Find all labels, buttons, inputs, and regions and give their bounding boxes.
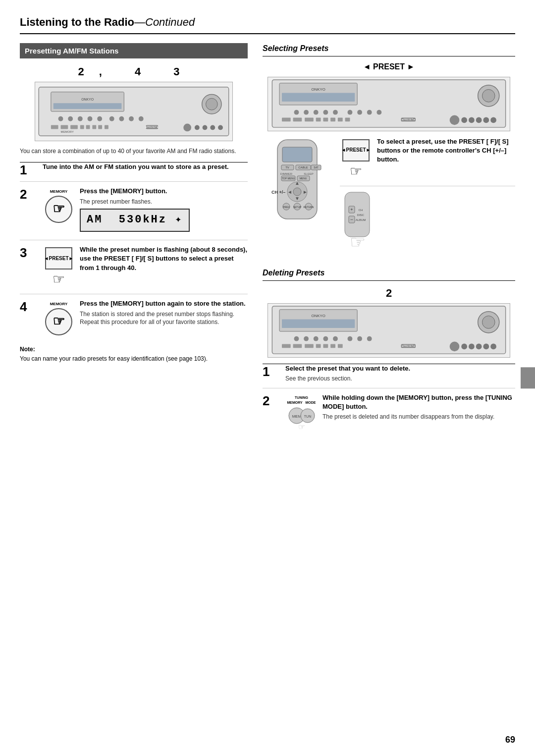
svg-text:RETURN: RETURN	[304, 206, 314, 209]
step-3-icon: ◄PRESET► ☞	[43, 245, 75, 289]
remote-svg: TV CABLE DIMMER SLEEP TOP MENU MENU S	[263, 137, 332, 236]
delete-step-1-label: 1	[263, 364, 280, 378]
svg-text:☞: ☞	[298, 423, 305, 431]
svg-rect-115	[316, 344, 321, 348]
step-4-bold: Press the [MEMORY] button again to store…	[80, 299, 248, 308]
memory-button-icon: ☞	[45, 196, 72, 223]
step-2-number: 2	[20, 187, 27, 202]
svg-point-40	[323, 109, 328, 114]
svg-rect-20	[92, 125, 96, 129]
svg-text:PREV: PREV	[283, 206, 290, 209]
svg-point-38	[304, 109, 309, 114]
note-text: You can name your radio presets for easy…	[20, 355, 248, 363]
delete-step-1-bold: Select the preset that you want to delet…	[285, 364, 515, 373]
page-container: Listening to the Radio—Continued Presett…	[0, 0, 535, 756]
svg-point-12	[119, 116, 124, 121]
svg-text:◄PRESET►: ◄PRESET►	[401, 118, 416, 121]
svg-point-37	[294, 109, 299, 114]
deleting-presets-text: Deleting Presets	[263, 269, 324, 277]
svg-point-107	[323, 336, 328, 341]
step-1-row: 1 Tune into the AM or FM station you wan…	[20, 162, 248, 182]
svg-point-123	[469, 343, 475, 349]
svg-point-109	[348, 336, 353, 341]
delete-step-number: 2	[263, 286, 515, 301]
svg-point-26	[183, 123, 191, 131]
intro-text: You can store a combination of up to 40 …	[20, 147, 248, 156]
svg-point-29	[210, 125, 215, 130]
svg-point-7	[68, 116, 73, 121]
receiver-image-left: ONKYO	[35, 82, 233, 141]
svg-text:SAT: SAT	[314, 166, 318, 169]
svg-text:+: +	[350, 207, 353, 212]
step-3-label: 3	[20, 245, 38, 259]
svg-text:DIMMER: DIMMER	[280, 172, 293, 175]
svg-text:►: ►	[303, 189, 308, 195]
delete-step-1-text: See the previous section.	[285, 375, 515, 383]
selecting-step-row: ◄PRESET► ☞ To select a preset, use the P…	[340, 137, 515, 186]
svg-point-122	[461, 343, 467, 349]
svg-rect-118	[338, 344, 343, 348]
svg-point-45	[376, 109, 381, 114]
svg-point-60	[483, 117, 489, 123]
svg-rect-114	[305, 344, 314, 348]
note-section: Note: You can name your radio presets fo…	[20, 345, 248, 364]
svg-rect-116	[323, 344, 328, 348]
svg-rect-19	[86, 125, 90, 129]
svg-rect-34	[282, 93, 355, 102]
hand-icon-select: ☞	[350, 163, 362, 179]
step-4-label: 4	[20, 299, 38, 313]
delete-step-2-bold: While holding down the [MEMORY] button, …	[322, 393, 515, 411]
svg-text:SETUP: SETUP	[293, 206, 302, 209]
svg-rect-53	[345, 117, 350, 121]
presetting-header-text: Presetting AM/FM Stations	[25, 47, 118, 55]
svg-rect-47	[293, 117, 302, 121]
remote-image: TV CABLE DIMMER SLEEP TOP MENU MENU S	[263, 137, 332, 239]
step-numbers-text: 2, 4 3	[78, 65, 194, 78]
page-number: 69	[505, 734, 515, 746]
step-2-bold: Press the [MEMORY] button.	[80, 187, 248, 196]
delete-step-2-text: The preset is deleted and its number dis…	[322, 413, 515, 421]
svg-point-13	[129, 116, 134, 121]
svg-point-58	[469, 117, 475, 123]
svg-point-81	[293, 188, 301, 196]
step-4-text2: Repeat this procedure for all of your fa…	[80, 318, 248, 326]
svg-point-57	[461, 117, 467, 123]
svg-point-42	[348, 109, 353, 114]
svg-point-10	[97, 116, 102, 121]
svg-point-14	[139, 116, 144, 121]
svg-text:ONKYO: ONKYO	[311, 314, 325, 318]
intro-content: You can store a combination of up to 40 …	[20, 148, 236, 155]
svg-text:TOP MENU: TOP MENU	[282, 177, 295, 180]
deleting-section: Deleting Presets 2 ONKYO	[263, 268, 515, 440]
svg-rect-112	[282, 344, 291, 348]
deleting-presets-title: Deleting Presets	[263, 268, 515, 281]
svg-point-30	[218, 125, 223, 130]
hand-icon: ☞	[53, 201, 65, 217]
preset-arrows-r: ◄PRESET►	[341, 147, 371, 154]
svg-rect-52	[338, 117, 343, 121]
svg-point-61	[490, 117, 496, 123]
svg-text:◄: ◄	[287, 189, 292, 195]
step-3-number: 3	[20, 245, 27, 260]
delete-step-2-label: 2	[263, 393, 280, 407]
preset-arrows: ◄PRESET►	[44, 255, 74, 262]
step-2-row: 2 MEMORY ☞ Press the [	[20, 187, 248, 240]
svg-text:CABLE: CABLE	[298, 166, 308, 169]
selecting-step-content: ◄PRESET► ☞ To select a preset, use the P…	[340, 137, 515, 256]
svg-rect-113	[293, 344, 302, 348]
tuning-label: TUNINGMEMORY MODE	[287, 395, 317, 405]
delete-step-2-content: While holding down the [MEMORY] button, …	[322, 393, 515, 421]
svg-point-56	[450, 115, 460, 125]
svg-rect-51	[330, 117, 335, 121]
step-1-content: Tune into the AM or FM station you want …	[43, 162, 248, 173]
receiver-image-right: ONKYO	[268, 77, 510, 131]
svg-text:☞: ☞	[350, 232, 366, 252]
svg-text:◄PRESET►: ◄PRESET►	[401, 345, 416, 347]
svg-rect-46	[282, 117, 291, 121]
svg-point-104	[294, 336, 299, 341]
step-4-text1: The station is stored and the preset num…	[80, 310, 248, 319]
svg-point-111	[367, 336, 372, 341]
svg-rect-117	[330, 344, 335, 348]
remote-hand-svg: + – CH DISC ALBUM ☞	[340, 191, 374, 256]
title-text: Listening to the Radio	[20, 16, 134, 28]
